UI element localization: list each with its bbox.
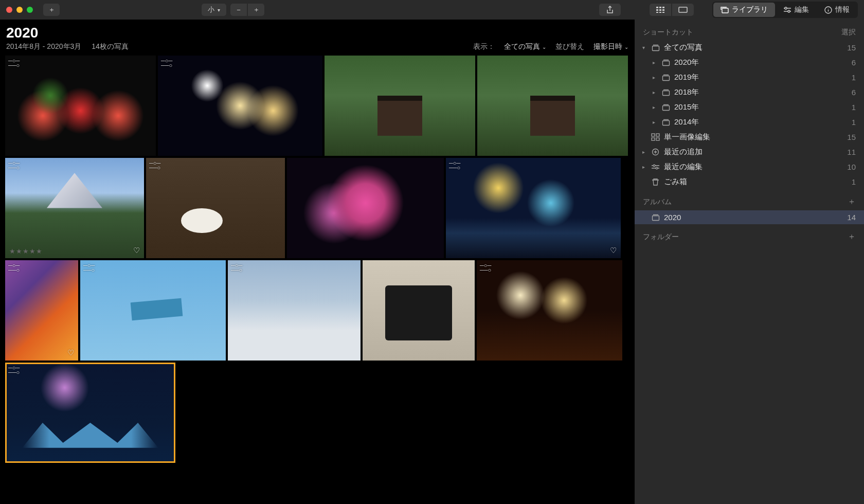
- thumbnail[interactable]: [325, 56, 475, 156]
- close-window[interactable]: [6, 7, 12, 13]
- heart-icon: ♡: [133, 246, 140, 255]
- svg-point-26: [656, 167, 658, 169]
- sidebar-item[interactable]: ▸最近の編集10: [635, 159, 864, 174]
- sidebar-item[interactable]: ▾全ての写真15: [635, 40, 864, 55]
- sort-dropdown[interactable]: 撮影日時 ⌄: [593, 42, 628, 51]
- chevron-down-icon: ⌄: [542, 44, 546, 50]
- add-folder-button[interactable]: ＋: [848, 231, 856, 242]
- svg-rect-5: [662, 9, 664, 11]
- share-button[interactable]: [599, 4, 621, 16]
- svg-rect-2: [662, 7, 664, 8]
- svg-rect-22: [652, 138, 655, 140]
- svg-rect-27: [652, 216, 659, 221]
- sidebar-item[interactable]: ▸2020年6: [635, 55, 864, 70]
- size-dropdown[interactable]: 小 ▾: [202, 4, 226, 16]
- disclosure-triangle[interactable]: ▸: [651, 89, 657, 95]
- size-label: 小: [208, 5, 214, 14]
- add-album-button[interactable]: ＋: [848, 196, 856, 207]
- adjustments-icon: ─○───○: [8, 263, 20, 273]
- sidebar-item-count: 15: [847, 133, 856, 141]
- svg-rect-4: [659, 9, 661, 11]
- stack-icon: [661, 74, 670, 81]
- library-icon: [721, 6, 729, 13]
- single-view-button[interactable]: [672, 4, 694, 16]
- chevron-down-icon: ▾: [218, 7, 220, 13]
- disclosure-triangle[interactable]: ▾: [641, 45, 646, 50]
- svg-point-25: [653, 165, 655, 167]
- sidebar-item[interactable]: ▸2018年6: [635, 85, 864, 100]
- sidebar-item[interactable]: 単一画像編集15: [635, 130, 864, 145]
- info-icon: [824, 6, 832, 14]
- zoom-in-button[interactable]: ＋: [248, 4, 264, 16]
- zoom-out-button[interactable]: −: [230, 4, 247, 16]
- chevron-down-icon: ⌄: [624, 44, 628, 50]
- titlebar: ＋ 小 ▾ − ＋ ライブラリ: [0, 0, 864, 20]
- disclosure-triangle[interactable]: ▸: [651, 104, 657, 110]
- tab-library[interactable]: ライブラリ: [713, 3, 775, 17]
- disclosure-triangle[interactable]: ▸: [641, 149, 646, 155]
- stack-icon: [661, 118, 670, 126]
- photo-count: 14枚の写真: [92, 42, 129, 51]
- sidebar-item[interactable]: ▸2019年1: [635, 70, 864, 85]
- sidebar-item[interactable]: ▸最近の追加11: [635, 145, 864, 159]
- tab-info[interactable]: 情報: [817, 3, 857, 17]
- sliders-icon: [651, 163, 660, 171]
- grid-view-button[interactable]: [650, 4, 671, 16]
- svg-rect-7: [659, 12, 661, 13]
- window-controls: [6, 7, 33, 13]
- disclosure-triangle[interactable]: ▸: [651, 75, 657, 80]
- thumbnail[interactable]: ─○───○: [146, 158, 285, 258]
- svg-rect-8: [662, 12, 664, 13]
- show-filter-dropdown[interactable]: 全ての写真 ⌄: [504, 42, 546, 51]
- zoom-window[interactable]: [27, 7, 33, 13]
- add-button[interactable]: ＋: [43, 4, 60, 16]
- heart-icon: ♡: [610, 246, 617, 255]
- thumbnail[interactable]: ─○───○♡: [5, 260, 78, 361]
- sidebar-item-count: 1: [852, 103, 856, 112]
- trash-icon: [651, 178, 660, 186]
- mode-tabs: ライブラリ 編集 情報: [712, 2, 858, 18]
- thumbnail[interactable]: ─○───○: [228, 260, 361, 361]
- adjustments-icon: ─○───○: [8, 59, 20, 68]
- sidebar-item-count: 6: [852, 88, 856, 97]
- stack-icon: [661, 59, 670, 66]
- thumbnail[interactable]: [363, 260, 475, 361]
- svg-rect-23: [656, 138, 659, 140]
- main-content: 2020 2014年8月 - 2020年3月 14枚の写真 表示： 全ての写真 …: [0, 20, 635, 504]
- sidebar-item[interactable]: ごみ箱1: [635, 174, 864, 189]
- tab-edit[interactable]: 編集: [776, 3, 816, 17]
- sidebar-item-label: 2018年: [674, 87, 699, 97]
- sidebar-item-label: 単一画像編集: [664, 132, 710, 142]
- disclosure-triangle[interactable]: ▸: [641, 164, 646, 170]
- disclosure-triangle[interactable]: ▸: [651, 60, 657, 65]
- sidebar-item-label: 2019年: [674, 73, 699, 82]
- albums-header: アルバム: [643, 197, 672, 207]
- thumbnail[interactable]: ─○───○♡★★★★★: [5, 158, 144, 258]
- thumbnail[interactable]: ─○───○: [5, 363, 175, 463]
- thumbnail-grid: ─○───○─○───○─○───○♡★★★★★─○───○─○───○♡─○─…: [0, 55, 635, 464]
- sidebar-item-label: 2020: [664, 213, 681, 222]
- sliders-icon: [783, 6, 791, 13]
- minimize-window[interactable]: [16, 7, 23, 13]
- sidebar-item-label: 全ての写真: [664, 43, 703, 52]
- thumbnail[interactable]: ─○───○♡: [446, 158, 621, 258]
- disclosure-triangle[interactable]: ▸: [651, 119, 657, 125]
- stack-icon: [661, 88, 670, 96]
- sidebar-item[interactable]: 202014: [635, 210, 864, 224]
- thumbnail[interactable]: ─○───○: [158, 56, 322, 156]
- thumbnail[interactable]: ─○───○: [80, 260, 226, 361]
- folders-header: フォルダー: [643, 232, 679, 242]
- thumbnail[interactable]: ─○───○: [5, 56, 156, 156]
- thumbnail[interactable]: ─○───○: [477, 260, 622, 361]
- shortcuts-header: ショートカット: [643, 28, 693, 37]
- svg-point-12: [788, 10, 790, 12]
- sidebar-item[interactable]: ▸2014年1: [635, 115, 864, 130]
- sidebar-item[interactable]: ▸2015年1: [635, 100, 864, 115]
- sidebar-item-label: 最近の追加: [664, 147, 703, 157]
- adjustments-icon: ─○───○: [231, 263, 242, 273]
- thumbnail[interactable]: [477, 56, 628, 156]
- thumbnail[interactable]: [287, 158, 444, 258]
- sidebar-item-count: 10: [847, 163, 856, 171]
- rating-stars: ★★★★★: [9, 247, 43, 255]
- select-link[interactable]: 選択: [841, 28, 856, 37]
